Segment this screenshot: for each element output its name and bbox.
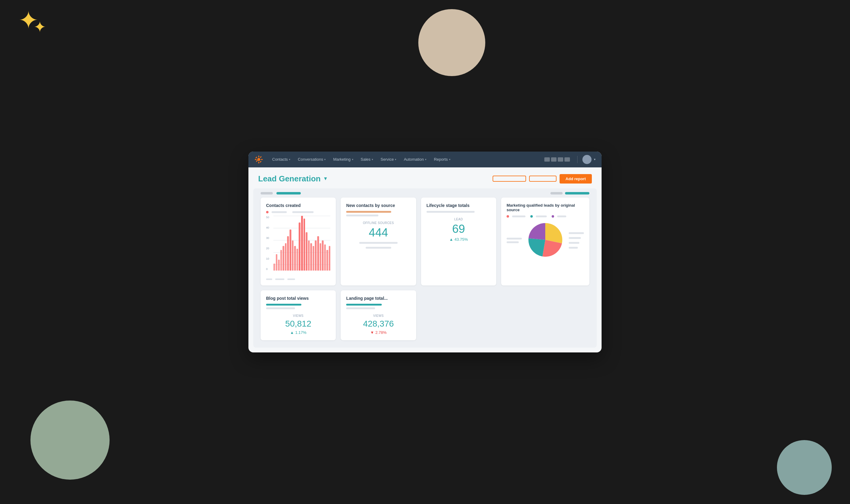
bar-15 (308, 240, 310, 271)
contacts-created-card: Contacts created 50 40 30 (261, 198, 336, 286)
nav-marketing[interactable]: Marketing ▾ (330, 155, 356, 163)
y-axis-labels: 50 40 30 20 10 0 (266, 216, 272, 271)
bar-13 (303, 218, 305, 271)
mql-legend-row (507, 215, 584, 218)
new-contacts-stat-label: OFFLINE SOURCES (346, 221, 410, 224)
nav-divider (577, 156, 578, 163)
lifecycle-change: ▲ 43.75% (426, 237, 491, 242)
blog-views-title: Blog post total views (266, 296, 330, 301)
dashboard-content: Contacts created 50 40 30 (253, 188, 597, 348)
bar-11 (299, 222, 300, 271)
contacts-legend-row (266, 211, 330, 213)
bar-7 (289, 230, 291, 271)
grid-icon-2[interactable] (551, 157, 556, 162)
new-contacts-card: New contacts by source OFFLINE SOURCES 4… (341, 198, 416, 286)
lifecycle-stat-label: LEAD (426, 218, 491, 221)
service-chevron: ▾ (395, 158, 396, 161)
blog-views-card: Blog post total views VIEWS 50,812 ▲ 1.1… (261, 290, 336, 341)
pie-chart-wrapper (507, 220, 584, 261)
hubspot-logo[interactable] (254, 155, 263, 164)
dashboard-title-group[interactable]: Lead Generation ▼ (258, 174, 328, 183)
blog-change: ▲ 1.17% (266, 330, 330, 335)
chart-x-legend (266, 278, 330, 280)
bar-16 (310, 243, 312, 271)
action-button-2[interactable] (529, 176, 556, 182)
right-legend-bar-3 (569, 242, 579, 244)
lifecycle-arrow: ▲ (449, 237, 453, 242)
pie-right-legend (569, 232, 584, 249)
nav-sales[interactable]: Sales ▾ (358, 155, 377, 163)
filter-bar-right (550, 192, 589, 195)
action-button-1[interactable] (493, 176, 526, 182)
bar-21 (322, 240, 324, 271)
right-legend-bar-2 (569, 237, 581, 239)
mql-title: Marketing qualified leads by original so… (507, 203, 584, 212)
landing-bar-2 (346, 307, 375, 309)
navbar: Contacts ▾ Conversations ▾ Marketing ▾ S… (248, 151, 602, 167)
bar-5 (285, 243, 287, 271)
new-contacts-stat-value: 444 (346, 227, 410, 239)
user-avatar[interactable] (582, 155, 591, 164)
nav-automation[interactable]: Automation ▾ (401, 155, 429, 163)
dashboard-title: Lead Generation (258, 174, 321, 183)
svg-rect-1 (259, 156, 260, 157)
bar-6 (287, 236, 289, 271)
grid-icon-3[interactable] (558, 157, 563, 162)
pie-chart (526, 220, 565, 261)
sales-chevron: ▾ (372, 158, 373, 161)
right-legend-bar-1 (569, 232, 584, 234)
right-legend-bar-4 (569, 247, 578, 249)
grid-icon-4[interactable] (564, 157, 570, 162)
grid-icons (544, 157, 570, 162)
filter-pill-1[interactable] (261, 192, 273, 195)
bar-0 (273, 264, 275, 271)
landing-arrow: ▼ (370, 330, 374, 335)
lifecycle-change-value: 43.75% (455, 237, 468, 242)
bar-8 (292, 240, 294, 271)
x-legend-bar-2 (275, 278, 284, 280)
landing-views-card: Landing page total... VIEWS 428,376 ▼ 2.… (341, 290, 416, 341)
nav-contacts[interactable]: Contacts ▾ (269, 155, 294, 163)
automation-chevron: ▾ (425, 158, 426, 161)
grid-icon-1[interactable] (544, 157, 550, 162)
pie-left-legend (507, 238, 522, 243)
landing-bar-1 (346, 304, 382, 306)
nav-reports[interactable]: Reports ▾ (431, 155, 454, 163)
nav-conversations[interactable]: Conversations ▾ (295, 155, 329, 163)
blog-change-value: 1.17% (295, 330, 306, 335)
left-legend-bar-2 (507, 241, 519, 243)
legend-bar-1 (271, 211, 287, 213)
add-report-button[interactable]: Add report (560, 174, 592, 183)
filter-pill-active[interactable] (277, 192, 301, 195)
bar-14 (306, 232, 307, 271)
bar-4 (283, 246, 284, 271)
bar-9 (294, 246, 296, 271)
bar-23 (326, 250, 328, 271)
bar-22 (324, 245, 326, 271)
filter-right-2[interactable] (565, 192, 589, 195)
svg-rect-8 (260, 156, 262, 158)
dashboard-header: Lead Generation ▼ Add report (248, 167, 602, 188)
new-contacts-stat-bar-2 (366, 247, 391, 249)
x-legend-bar-3 (287, 278, 295, 280)
bar-12 (301, 216, 303, 271)
new-contacts-bar-1 (346, 211, 391, 213)
svg-rect-7 (256, 160, 258, 162)
svg-rect-2 (259, 162, 260, 163)
avatar-chevron: ▾ (594, 158, 596, 161)
bar-chart-bars (273, 216, 330, 271)
filter-right-1[interactable] (550, 192, 563, 195)
legend-bar-2 (292, 211, 314, 213)
mql-dot-1 (507, 215, 509, 218)
bar-17 (313, 246, 315, 271)
landing-views-title: Landing page total... (346, 296, 410, 301)
left-legend-bar-1 (507, 238, 522, 239)
landing-stat-value: 428,376 (346, 319, 410, 329)
dashboard-title-chevron: ▼ (323, 176, 328, 181)
marketing-chevron: ▾ (352, 158, 353, 161)
star-decoration-2: ✦ (34, 18, 49, 34)
nav-service[interactable]: Service ▾ (377, 155, 400, 163)
contacts-created-title: Contacts created (266, 203, 330, 208)
new-contacts-stat-bar (359, 242, 398, 244)
svg-rect-4 (261, 159, 263, 160)
